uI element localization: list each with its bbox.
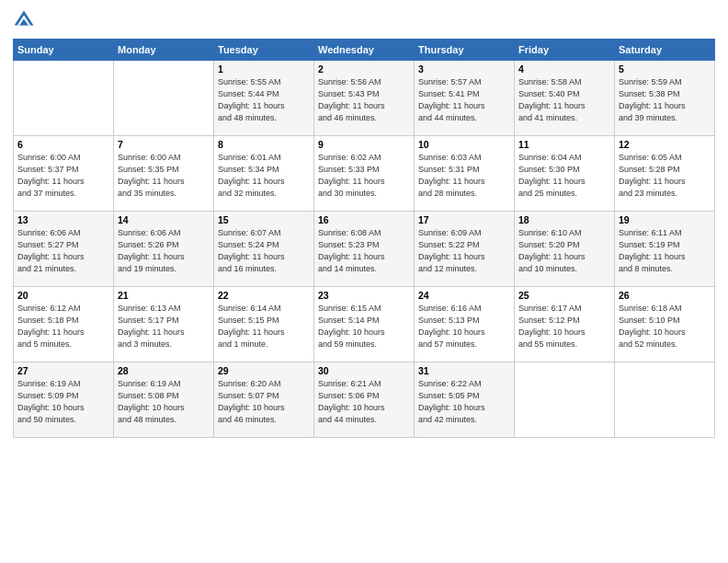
day-number: 10	[418, 139, 510, 150]
day-number: 19	[619, 214, 711, 225]
day-info: Sunrise: 6:15 AM Sunset: 5:14 PM Dayligh…	[318, 303, 410, 350]
calendar-week-5: 27Sunrise: 6:19 AM Sunset: 5:09 PM Dayli…	[14, 362, 715, 438]
day-number: 8	[218, 139, 310, 150]
calendar-cell: 8Sunrise: 6:01 AM Sunset: 5:34 PM Daylig…	[214, 136, 314, 212]
day-info: Sunrise: 6:20 AM Sunset: 5:07 PM Dayligh…	[218, 378, 310, 426]
day-number: 28	[118, 365, 210, 376]
calendar-cell: 28Sunrise: 6:19 AM Sunset: 5:08 PM Dayli…	[114, 362, 214, 438]
day-number: 21	[118, 290, 210, 301]
calendar-cell: 7Sunrise: 6:00 AM Sunset: 5:35 PM Daylig…	[114, 136, 214, 212]
calendar-cell: 14Sunrise: 6:06 AM Sunset: 5:26 PM Dayli…	[114, 212, 214, 287]
weekday-header-tuesday: Tuesday	[214, 40, 314, 61]
calendar-cell	[114, 61, 214, 136]
day-number: 22	[218, 290, 310, 301]
calendar-cell: 6Sunrise: 6:00 AM Sunset: 5:37 PM Daylig…	[14, 136, 114, 212]
day-number: 13	[17, 214, 109, 225]
calendar-cell: 13Sunrise: 6:06 AM Sunset: 5:27 PM Dayli…	[14, 212, 114, 287]
calendar-cell: 10Sunrise: 6:03 AM Sunset: 5:31 PM Dayli…	[415, 136, 515, 212]
day-info: Sunrise: 6:00 AM Sunset: 5:35 PM Dayligh…	[118, 152, 210, 200]
day-info: Sunrise: 6:07 AM Sunset: 5:24 PM Dayligh…	[218, 227, 310, 275]
day-info: Sunrise: 6:05 AM Sunset: 5:28 PM Dayligh…	[619, 152, 711, 200]
calendar-week-1: 1Sunrise: 5:55 AM Sunset: 5:44 PM Daylig…	[14, 61, 715, 136]
calendar-cell: 30Sunrise: 6:21 AM Sunset: 5:06 PM Dayli…	[314, 362, 415, 438]
day-info: Sunrise: 6:18 AM Sunset: 5:10 PM Dayligh…	[619, 303, 711, 350]
weekday-header-wednesday: Wednesday	[314, 40, 415, 61]
day-number: 30	[318, 365, 410, 376]
calendar-cell: 17Sunrise: 6:09 AM Sunset: 5:22 PM Dayli…	[415, 212, 515, 287]
day-info: Sunrise: 6:09 AM Sunset: 5:22 PM Dayligh…	[418, 227, 510, 275]
calendar-cell	[14, 61, 114, 136]
calendar-cell: 24Sunrise: 6:16 AM Sunset: 5:13 PM Dayli…	[415, 287, 515, 362]
calendar-cell: 12Sunrise: 6:05 AM Sunset: 5:28 PM Dayli…	[615, 136, 715, 212]
calendar-cell: 1Sunrise: 5:55 AM Sunset: 5:44 PM Daylig…	[214, 61, 314, 136]
calendar-week-4: 20Sunrise: 6:12 AM Sunset: 5:18 PM Dayli…	[14, 287, 715, 362]
day-info: Sunrise: 6:00 AM Sunset: 5:37 PM Dayligh…	[17, 152, 109, 200]
day-info: Sunrise: 6:22 AM Sunset: 5:05 PM Dayligh…	[418, 378, 510, 426]
day-info: Sunrise: 6:03 AM Sunset: 5:31 PM Dayligh…	[418, 152, 510, 200]
calendar-cell: 4Sunrise: 5:58 AM Sunset: 5:40 PM Daylig…	[515, 61, 615, 136]
day-info: Sunrise: 6:21 AM Sunset: 5:06 PM Dayligh…	[318, 378, 410, 426]
day-number: 12	[619, 139, 711, 150]
calendar-cell: 23Sunrise: 6:15 AM Sunset: 5:14 PM Dayli…	[314, 287, 415, 362]
day-number: 17	[418, 214, 510, 225]
day-number: 26	[619, 290, 711, 301]
day-info: Sunrise: 6:02 AM Sunset: 5:33 PM Dayligh…	[318, 152, 410, 200]
logo	[13, 9, 39, 31]
calendar-cell: 21Sunrise: 6:13 AM Sunset: 5:17 PM Dayli…	[114, 287, 214, 362]
calendar-cell: 31Sunrise: 6:22 AM Sunset: 5:05 PM Dayli…	[415, 362, 515, 438]
day-number: 23	[318, 290, 410, 301]
calendar-cell	[615, 362, 715, 438]
day-info: Sunrise: 6:19 AM Sunset: 5:08 PM Dayligh…	[118, 378, 210, 426]
day-info: Sunrise: 6:12 AM Sunset: 5:18 PM Dayligh…	[17, 303, 109, 350]
day-info: Sunrise: 6:17 AM Sunset: 5:12 PM Dayligh…	[518, 303, 610, 350]
day-number: 29	[218, 365, 310, 376]
day-number: 7	[118, 139, 210, 150]
calendar-cell: 18Sunrise: 6:10 AM Sunset: 5:20 PM Dayli…	[515, 212, 615, 287]
day-info: Sunrise: 6:11 AM Sunset: 5:19 PM Dayligh…	[619, 227, 711, 275]
day-info: Sunrise: 5:58 AM Sunset: 5:40 PM Dayligh…	[518, 76, 610, 124]
day-number: 31	[418, 365, 510, 376]
calendar-cell: 20Sunrise: 6:12 AM Sunset: 5:18 PM Dayli…	[14, 287, 114, 362]
day-number: 9	[318, 139, 410, 150]
day-number: 25	[518, 290, 610, 301]
calendar-cell: 2Sunrise: 5:56 AM Sunset: 5:43 PM Daylig…	[314, 61, 415, 136]
logo-icon	[13, 9, 35, 31]
day-info: Sunrise: 6:10 AM Sunset: 5:20 PM Dayligh…	[518, 227, 610, 275]
day-info: Sunrise: 6:01 AM Sunset: 5:34 PM Dayligh…	[218, 152, 310, 200]
day-number: 27	[17, 365, 109, 376]
day-info: Sunrise: 5:57 AM Sunset: 5:41 PM Dayligh…	[418, 76, 510, 124]
day-number: 15	[218, 214, 310, 225]
day-number: 16	[318, 214, 410, 225]
weekday-header-saturday: Saturday	[615, 40, 715, 61]
day-number: 14	[118, 214, 210, 225]
day-number: 3	[418, 63, 510, 75]
day-info: Sunrise: 5:56 AM Sunset: 5:43 PM Dayligh…	[318, 76, 410, 124]
day-info: Sunrise: 5:59 AM Sunset: 5:38 PM Dayligh…	[619, 76, 711, 124]
day-number: 1	[218, 63, 310, 75]
day-info: Sunrise: 5:55 AM Sunset: 5:44 PM Dayligh…	[218, 76, 310, 124]
header	[13, 9, 715, 31]
day-info: Sunrise: 6:16 AM Sunset: 5:13 PM Dayligh…	[418, 303, 510, 350]
weekday-header-monday: Monday	[114, 40, 214, 61]
calendar-table: SundayMondayTuesdayWednesdayThursdayFrid…	[13, 39, 715, 438]
day-info: Sunrise: 6:13 AM Sunset: 5:17 PM Dayligh…	[118, 303, 210, 350]
calendar-cell: 3Sunrise: 5:57 AM Sunset: 5:41 PM Daylig…	[415, 61, 515, 136]
calendar-header-row: SundayMondayTuesdayWednesdayThursdayFrid…	[14, 40, 715, 61]
day-info: Sunrise: 6:08 AM Sunset: 5:23 PM Dayligh…	[318, 227, 410, 275]
day-number: 18	[518, 214, 610, 225]
day-number: 20	[17, 290, 109, 301]
calendar-cell	[515, 362, 615, 438]
calendar-cell: 26Sunrise: 6:18 AM Sunset: 5:10 PM Dayli…	[615, 287, 715, 362]
calendar-page: SundayMondayTuesdayWednesdayThursdayFrid…	[0, 0, 728, 563]
day-info: Sunrise: 6:19 AM Sunset: 5:09 PM Dayligh…	[17, 378, 109, 426]
calendar-cell: 25Sunrise: 6:17 AM Sunset: 5:12 PM Dayli…	[515, 287, 615, 362]
weekday-header-friday: Friday	[515, 40, 615, 61]
calendar-cell: 11Sunrise: 6:04 AM Sunset: 5:30 PM Dayli…	[515, 136, 615, 212]
day-info: Sunrise: 6:06 AM Sunset: 5:27 PM Dayligh…	[17, 227, 109, 275]
calendar-week-3: 13Sunrise: 6:06 AM Sunset: 5:27 PM Dayli…	[14, 212, 715, 287]
day-number: 2	[318, 63, 410, 75]
weekday-header-sunday: Sunday	[14, 40, 114, 61]
calendar-cell: 9Sunrise: 6:02 AM Sunset: 5:33 PM Daylig…	[314, 136, 415, 212]
day-number: 5	[619, 63, 711, 75]
day-info: Sunrise: 6:06 AM Sunset: 5:26 PM Dayligh…	[118, 227, 210, 275]
